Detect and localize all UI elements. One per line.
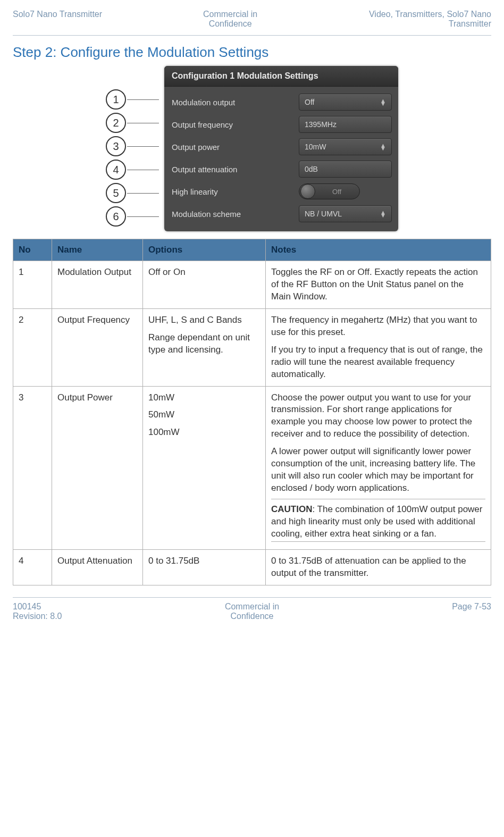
header-right-l2: Transmitter xyxy=(449,19,491,28)
label-modulation-output: Modulation output xyxy=(172,98,299,107)
cell-notes: Toggles the RF on or Off. Exactly repeat… xyxy=(266,261,491,309)
row-output-attenuation: Output attenuation 0dB xyxy=(172,158,392,180)
header-left: Solo7 Nano Transmitter xyxy=(13,10,158,29)
inner-divider xyxy=(271,541,485,549)
callout-3: 3 xyxy=(106,136,159,156)
callout-circle: 1 xyxy=(106,89,126,110)
callout-line xyxy=(127,99,159,100)
footer-divider xyxy=(13,597,491,598)
table-row: 4 Output Attenuation 0 to 31.75dB 0 to 3… xyxy=(13,549,491,585)
note-text: The frequency in megahertz (MHz) that yo… xyxy=(271,314,485,339)
cell-no: 1 xyxy=(13,261,52,309)
options-table: No Name Options Notes 1 Modulation Outpu… xyxy=(13,239,491,585)
cell-options: 0 to 31.75dB xyxy=(143,549,266,585)
label-output-attenuation: Output attenuation xyxy=(172,165,299,174)
updown-icon: ▲▼ xyxy=(380,211,386,217)
caution-block: CAUTION: The combination of 100mW output… xyxy=(271,499,485,540)
opt-text: Range dependant on unit type and licensi… xyxy=(148,332,260,356)
callout-column: 1 2 3 4 5 6 xyxy=(106,66,159,227)
note-text: A lower power output will significantly … xyxy=(271,446,485,495)
opt-text: 100mW xyxy=(148,426,260,439)
table-header-row: No Name Options Notes xyxy=(13,239,491,261)
config-figure: 1 2 3 4 5 6 Configuration 1 Modulation S… xyxy=(13,66,491,231)
row-output-power: Output power 10mW▲▼ xyxy=(172,136,392,158)
footer-left: 100145 Revision: 8.0 xyxy=(13,602,172,621)
footer-page: Page 7-53 xyxy=(452,602,491,611)
select-modulation-output[interactable]: Off▲▼ xyxy=(299,94,392,111)
select-output-power[interactable]: 10mW▲▼ xyxy=(299,138,392,155)
cell-name: Output Frequency xyxy=(52,308,143,386)
toggle-label: Off xyxy=(315,188,358,196)
toggle-knob-icon xyxy=(300,184,315,199)
footer-center-l1: Commercial in xyxy=(225,602,279,611)
opt-text: 0 to 31.75dB xyxy=(148,555,260,567)
label-output-frequency: Output frequency xyxy=(172,120,299,129)
callout-6: 6 xyxy=(106,206,159,227)
callout-circle: 5 xyxy=(106,183,126,203)
value-output-frequency: 1395MHz xyxy=(305,120,337,129)
opt-text: 50mW xyxy=(148,409,260,421)
header-right-l1: Video, Transmitters, Solo7 Nano xyxy=(369,10,491,19)
callout-2: 2 xyxy=(106,113,159,133)
callout-line xyxy=(127,146,159,147)
table-row: 2 Output Frequency UHF, L, S and C Bands… xyxy=(13,308,491,386)
value-modulation-output: Off xyxy=(305,98,314,106)
cell-no: 4 xyxy=(13,549,52,585)
value-output-power: 10mW xyxy=(305,143,326,151)
note-text: Toggles the RF on or Off. Exactly repeat… xyxy=(271,266,485,303)
callout-line xyxy=(127,193,159,194)
callout-line xyxy=(127,216,159,217)
callout-1: 1 xyxy=(106,89,159,110)
note-text: If you try to input a frequency that is … xyxy=(271,344,485,381)
footer-revision: Revision: 8.0 xyxy=(13,612,62,621)
th-notes: Notes xyxy=(266,239,491,261)
label-modulation-scheme: Modulation scheme xyxy=(172,210,299,219)
updown-icon: ▲▼ xyxy=(380,144,386,150)
opt-text: Off or On xyxy=(148,266,260,279)
input-output-frequency[interactable]: 1395MHz xyxy=(299,116,392,133)
label-high-linearity: High linearity xyxy=(172,187,299,196)
th-name: Name xyxy=(52,239,143,261)
page-footer: 100145 Revision: 8.0 Commercial in Confi… xyxy=(13,601,491,621)
cell-notes: 0 to 31.75dB of attenuation can be appli… xyxy=(266,549,491,585)
callout-circle: 6 xyxy=(106,206,126,227)
input-output-attenuation[interactable]: 0dB xyxy=(299,161,392,178)
header-center: Commercial in Confidence xyxy=(158,10,303,29)
select-modulation-scheme[interactable]: NB / UMVL▲▼ xyxy=(299,205,392,222)
caution-label: CAUTION xyxy=(271,504,312,514)
step-title: Step 2: Configure the Modulation Setting… xyxy=(13,44,491,61)
updown-icon: ▲▼ xyxy=(380,99,386,105)
value-output-attenuation: 0dB xyxy=(305,165,318,173)
row-modulation-output: Modulation output Off▲▼ xyxy=(172,91,392,113)
toggle-high-linearity[interactable]: Off xyxy=(299,183,360,199)
cell-no: 3 xyxy=(13,386,52,549)
callout-4: 4 xyxy=(106,160,159,180)
header-center-l1: Commercial in xyxy=(203,10,257,19)
th-options: Options xyxy=(143,239,266,261)
cell-options: 10mW 50mW 100mW xyxy=(143,386,266,549)
page-header: Solo7 Nano Transmitter Commercial in Con… xyxy=(13,10,491,33)
callout-line xyxy=(127,123,159,123)
callout-line xyxy=(127,170,159,170)
note-text: 0 to 31.75dB of attenuation can be appli… xyxy=(271,555,485,580)
modulation-settings-panel: Configuration 1 Modulation Settings Modu… xyxy=(164,66,398,231)
row-output-frequency: Output frequency 1395MHz xyxy=(172,113,392,136)
label-output-power: Output power xyxy=(172,143,299,152)
cell-notes: Choose the power output you want to use … xyxy=(266,386,491,549)
th-no: No xyxy=(13,239,52,261)
opt-text: UHF, L, S and C Bands xyxy=(148,314,260,327)
cell-name: Modulation Output xyxy=(52,261,143,309)
value-modulation-scheme: NB / UMVL xyxy=(305,210,342,218)
callout-5: 5 xyxy=(106,183,159,203)
header-divider xyxy=(13,35,491,36)
header-right: Video, Transmitters, Solo7 Nano Transmit… xyxy=(303,10,491,29)
row-modulation-scheme: Modulation scheme NB / UMVL▲▼ xyxy=(172,203,392,225)
table-row: 3 Output Power 10mW 50mW 100mW Choose th… xyxy=(13,386,491,549)
cell-no: 2 xyxy=(13,308,52,386)
panel-title: Configuration 1 Modulation Settings xyxy=(164,66,398,87)
cell-notes: The frequency in megahertz (MHz) that yo… xyxy=(266,308,491,386)
callout-circle: 4 xyxy=(106,160,126,180)
cell-options: Off or On xyxy=(143,261,266,309)
note-text: Choose the power output you want to use … xyxy=(271,392,485,441)
footer-docnum: 100145 xyxy=(13,602,41,611)
